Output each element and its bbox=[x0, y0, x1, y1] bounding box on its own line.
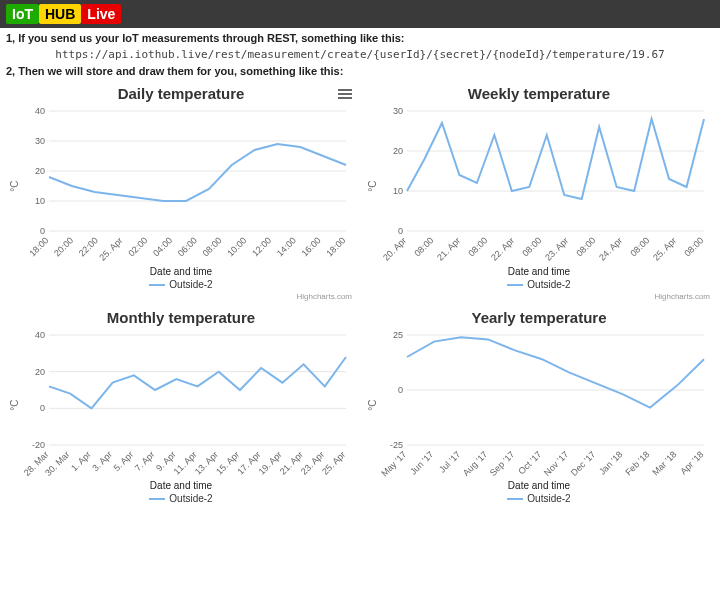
svg-text:06:00: 06:00 bbox=[176, 235, 199, 258]
svg-text:7. Apr: 7. Apr bbox=[133, 449, 157, 473]
svg-text:18:00: 18:00 bbox=[324, 235, 347, 258]
svg-text:20: 20 bbox=[35, 367, 45, 377]
svg-text:°C: °C bbox=[367, 399, 378, 410]
svg-text:10:00: 10:00 bbox=[225, 235, 248, 258]
svg-text:Dec '17: Dec '17 bbox=[569, 449, 597, 477]
svg-text:Apr '18: Apr '18 bbox=[678, 449, 705, 476]
intro-line-2: 2, Then we will store and draw them for … bbox=[6, 65, 343, 77]
chart-plot-weekly[interactable]: 0102030 °C 20. Apr08:0021. Apr08:0022. A… bbox=[362, 106, 712, 266]
svg-text:20:00: 20:00 bbox=[52, 235, 75, 258]
svg-text:0: 0 bbox=[398, 385, 403, 395]
svg-text:25: 25 bbox=[393, 330, 403, 340]
svg-text:21. Apr: 21. Apr bbox=[435, 235, 462, 262]
app-header: IoT HUB Live bbox=[0, 0, 720, 28]
svg-text:18:00: 18:00 bbox=[27, 235, 50, 258]
svg-text:Feb '18: Feb '18 bbox=[623, 449, 651, 477]
svg-text:0: 0 bbox=[40, 226, 45, 236]
svg-text:25. Apr: 25. Apr bbox=[651, 235, 678, 262]
svg-text:Jan '18: Jan '18 bbox=[597, 449, 624, 476]
svg-text:22. Apr: 22. Apr bbox=[489, 235, 516, 262]
chart-plot-daily[interactable]: 010203040 °C 18:0020:0022:0025. Apr02:00… bbox=[4, 106, 354, 266]
legend[interactable]: Outside-2 bbox=[362, 491, 716, 506]
x-axis-label: Date and time bbox=[362, 480, 716, 491]
svg-text:1. Apr: 1. Apr bbox=[69, 449, 93, 473]
svg-text:04:00: 04:00 bbox=[151, 235, 174, 258]
svg-text:08:00: 08:00 bbox=[574, 235, 597, 258]
svg-text:08:00: 08:00 bbox=[201, 235, 224, 258]
svg-text:14:00: 14:00 bbox=[275, 235, 298, 258]
chart-credit[interactable]: Highcharts.com bbox=[4, 292, 358, 301]
svg-text:24. Apr: 24. Apr bbox=[597, 235, 624, 262]
svg-text:Jul '17: Jul '17 bbox=[437, 449, 462, 474]
svg-text:10: 10 bbox=[393, 186, 403, 196]
chart-yearly: Yearly temperature -25025 °C May '17Jun … bbox=[362, 305, 716, 506]
svg-text:30: 30 bbox=[393, 106, 403, 116]
legend[interactable]: Outside-2 bbox=[4, 491, 358, 506]
svg-text:08:00: 08:00 bbox=[412, 235, 435, 258]
logo-hub: HUB bbox=[39, 4, 81, 24]
svg-text:Jun '17: Jun '17 bbox=[408, 449, 435, 476]
svg-text:-20: -20 bbox=[32, 440, 45, 450]
svg-text:10: 10 bbox=[35, 196, 45, 206]
svg-text:Sep '17: Sep '17 bbox=[488, 449, 516, 477]
svg-text:40: 40 bbox=[35, 330, 45, 340]
svg-text:02:00: 02:00 bbox=[126, 235, 149, 258]
svg-text:Mar '18: Mar '18 bbox=[650, 449, 678, 477]
svg-text:08:00: 08:00 bbox=[520, 235, 543, 258]
svg-text:May '17: May '17 bbox=[379, 449, 408, 478]
x-axis-label: Date and time bbox=[4, 266, 358, 277]
svg-text:5. Apr: 5. Apr bbox=[112, 449, 136, 473]
logo-iot: IoT bbox=[6, 4, 39, 24]
svg-text:°C: °C bbox=[9, 180, 20, 191]
chart-plot-yearly[interactable]: -25025 °C May '17Jun '17Jul '17Aug '17Se… bbox=[362, 330, 712, 480]
svg-text:16:00: 16:00 bbox=[300, 235, 323, 258]
chart-credit[interactable]: Highcharts.com bbox=[362, 292, 716, 301]
x-axis-label: Date and time bbox=[4, 480, 358, 491]
svg-text:0: 0 bbox=[398, 226, 403, 236]
svg-text:Oct '17: Oct '17 bbox=[516, 449, 543, 476]
chart-monthly: Monthly temperature -2002040 °C 28. Mar3… bbox=[4, 305, 358, 506]
svg-text:Aug '17: Aug '17 bbox=[461, 449, 489, 477]
svg-text:08:00: 08:00 bbox=[466, 235, 489, 258]
svg-text:30: 30 bbox=[35, 136, 45, 146]
svg-text:20: 20 bbox=[35, 166, 45, 176]
chart-plot-monthly[interactable]: -2002040 °C 28. Mar30. Mar1. Apr3. Apr5.… bbox=[4, 330, 354, 480]
svg-text:23. Apr: 23. Apr bbox=[543, 235, 570, 262]
svg-text:40: 40 bbox=[35, 106, 45, 116]
svg-text:Nov '17: Nov '17 bbox=[542, 449, 570, 477]
legend[interactable]: Outside-2 bbox=[362, 277, 716, 292]
svg-text:°C: °C bbox=[367, 180, 378, 191]
chart-daily: Daily temperature 010203040 °C 18:0020:0… bbox=[4, 81, 358, 301]
x-axis-label: Date and time bbox=[362, 266, 716, 277]
svg-text:3. Apr: 3. Apr bbox=[90, 449, 114, 473]
logo-live: Live bbox=[81, 4, 121, 24]
api-url: https://api.iothub.live/rest/measurement… bbox=[6, 44, 714, 65]
chart-title: Monthly temperature bbox=[4, 305, 358, 330]
hamburger-icon[interactable] bbox=[338, 87, 352, 101]
svg-text:-25: -25 bbox=[390, 440, 403, 450]
chart-title: Daily temperature bbox=[4, 81, 358, 106]
svg-text:20. Apr: 20. Apr bbox=[381, 235, 408, 262]
chart-title: Weekly temperature bbox=[362, 81, 716, 106]
svg-text:08:00: 08:00 bbox=[682, 235, 705, 258]
legend[interactable]: Outside-2 bbox=[4, 277, 358, 292]
svg-text:25. Apr: 25. Apr bbox=[97, 235, 124, 262]
svg-text:08:00: 08:00 bbox=[628, 235, 651, 258]
svg-text:°C: °C bbox=[9, 399, 20, 410]
svg-text:25. Apr: 25. Apr bbox=[320, 449, 347, 476]
intro-line-1: 1, If you send us your IoT measurements … bbox=[6, 32, 405, 44]
chart-title: Yearly temperature bbox=[362, 305, 716, 330]
svg-text:22:00: 22:00 bbox=[77, 235, 100, 258]
svg-text:0: 0 bbox=[40, 403, 45, 413]
svg-text:20: 20 bbox=[393, 146, 403, 156]
svg-text:12:00: 12:00 bbox=[250, 235, 273, 258]
chart-weekly: Weekly temperature 0102030 °C 20. Apr08:… bbox=[362, 81, 716, 301]
